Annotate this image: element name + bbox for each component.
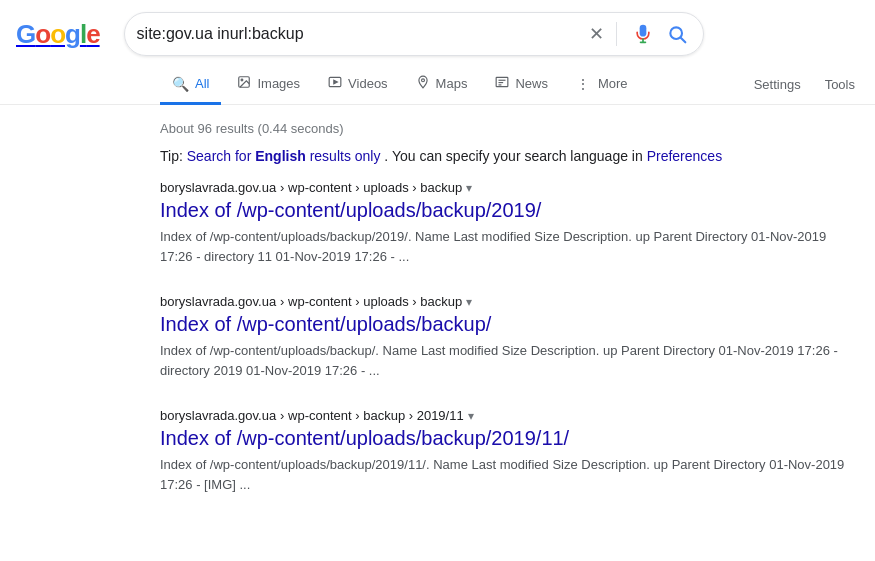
search-submit-button[interactable] — [663, 20, 691, 48]
clear-search-button[interactable]: ✕ — [585, 21, 608, 47]
svg-marker-5 — [334, 80, 338, 84]
result-url-domain: boryslavrada.gov.ua — [160, 180, 276, 195]
tab-all[interactable]: 🔍 All — [160, 66, 221, 105]
search-english-link[interactable]: Search for English results only — [187, 148, 381, 164]
result-title[interactable]: Index of /wp-content/uploads/backup/ — [160, 313, 491, 335]
result-snippet: Index of /wp-content/uploads/backup/2019… — [160, 227, 859, 266]
tab-more[interactable]: ⋮ More — [564, 66, 640, 105]
more-icon: ⋮ — [576, 76, 592, 92]
search-input[interactable] — [137, 25, 585, 43]
preferences-link[interactable]: Preferences — [647, 148, 722, 164]
all-icon: 🔍 — [172, 76, 189, 92]
search-divider — [616, 22, 617, 46]
tab-more-label: More — [598, 76, 628, 91]
result-url-path: › wp-content › backup › 2019/11 — [280, 408, 464, 423]
result-item: boryslavrada.gov.ua › wp-content › uploa… — [160, 294, 859, 380]
nav-bar: 🔍 All Images Videos — [0, 64, 875, 105]
google-logo[interactable]: Google — [16, 19, 100, 50]
result-url-domain: boryslavrada.gov.ua — [160, 294, 276, 309]
nav-right: Settings Tools — [750, 67, 859, 102]
result-url-line: boryslavrada.gov.ua › wp-content › backu… — [160, 408, 859, 423]
nav-tabs: 🔍 All Images Videos — [160, 64, 750, 104]
svg-point-6 — [421, 79, 424, 82]
result-url-path: › wp-content › uploads › backup — [280, 294, 462, 309]
header: Google ✕ — [0, 0, 875, 56]
tab-maps[interactable]: Maps — [404, 65, 480, 105]
tab-maps-label: Maps — [436, 76, 468, 91]
voice-search-button[interactable] — [629, 20, 657, 48]
search-box: ✕ — [124, 12, 704, 56]
tab-news[interactable]: News — [483, 65, 560, 105]
result-url-arrow[interactable]: ▾ — [468, 409, 474, 423]
svg-point-3 — [242, 79, 244, 81]
tab-videos-label: Videos — [348, 76, 388, 91]
result-url-domain: boryslavrada.gov.ua — [160, 408, 276, 423]
maps-icon — [416, 75, 430, 92]
images-icon — [237, 75, 251, 92]
result-title[interactable]: Index of /wp-content/uploads/backup/2019… — [160, 199, 541, 221]
logo-text: Google — [16, 19, 100, 50]
tab-images[interactable]: Images — [225, 65, 312, 105]
tab-images-label: Images — [257, 76, 300, 91]
svg-line-1 — [680, 38, 685, 43]
tab-videos[interactable]: Videos — [316, 65, 400, 105]
result-title[interactable]: Index of /wp-content/uploads/backup/2019… — [160, 427, 569, 449]
result-snippet: Index of /wp-content/uploads/backup/. Na… — [160, 341, 859, 380]
settings-link[interactable]: Settings — [750, 67, 805, 102]
result-url-line: boryslavrada.gov.ua › wp-content › uploa… — [160, 294, 859, 309]
result-item: boryslavrada.gov.ua › wp-content › uploa… — [160, 180, 859, 266]
news-icon — [495, 75, 509, 92]
result-url-arrow[interactable]: ▾ — [466, 181, 472, 195]
results-stats: About 96 results (0.44 seconds) — [160, 121, 859, 136]
tab-all-label: All — [195, 76, 209, 91]
result-url-arrow[interactable]: ▾ — [466, 295, 472, 309]
tab-news-label: News — [515, 76, 548, 91]
result-snippet: Index of /wp-content/uploads/backup/2019… — [160, 455, 859, 494]
result-url-line: boryslavrada.gov.ua › wp-content › uploa… — [160, 180, 859, 195]
videos-icon — [328, 75, 342, 92]
result-item: boryslavrada.gov.ua › wp-content › backu… — [160, 408, 859, 494]
tip-suffix: . You can specify your search language i… — [384, 148, 646, 164]
tip-box: Tip: Search for English results only . Y… — [160, 148, 859, 164]
results-area: About 96 results (0.44 seconds) Tip: Sea… — [0, 105, 875, 494]
result-url-path: › wp-content › uploads › backup — [280, 180, 462, 195]
tools-link[interactable]: Tools — [821, 67, 859, 102]
tip-label: Tip: — [160, 148, 187, 164]
